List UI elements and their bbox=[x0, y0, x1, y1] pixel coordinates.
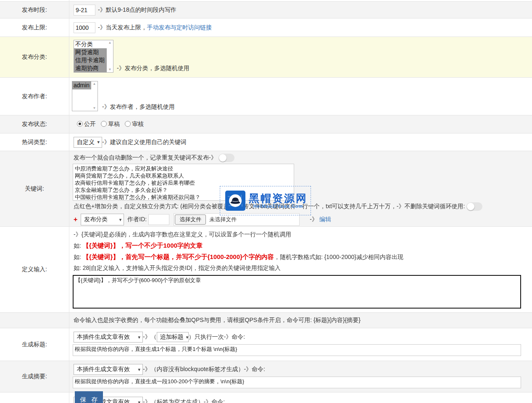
chevron-down-icon: ▾ bbox=[138, 335, 140, 340]
add-category-button[interactable]: + bbox=[74, 216, 77, 223]
publish-limit-note: -》当天发布上限， bbox=[98, 24, 147, 31]
keep-keywords-toggle[interactable] bbox=[466, 202, 482, 211]
scroll-up-icon[interactable]: ▲ bbox=[93, 82, 96, 86]
row-gen-summary: 生成摘要: 本插件生成文章有效 ▾ -》（内容没有blockquote标签才生成… bbox=[0, 361, 532, 393]
publish-limit-label: 发布上限: bbox=[0, 18, 69, 37]
publish-author-listbox[interactable]: admin ▲ ▼ bbox=[72, 81, 98, 111]
scroll-down-icon[interactable]: ▼ bbox=[93, 107, 96, 110]
radio-icon[interactable] bbox=[101, 121, 107, 127]
radio-draft[interactable]: 草稿 bbox=[101, 120, 120, 128]
define-input-example2: 如: 【{关键词}】，首先写一个标题，并写不少于{1000-2000}个字的内容… bbox=[74, 253, 532, 261]
hotword-type-note: -》建议自定义使用自己的关键词 bbox=[102, 139, 187, 146]
row-keywords: 关键词: 发布一个就会自动删除一个，记录重复关键词不发布-》 中原消费逾期了怎么… bbox=[0, 151, 532, 227]
author-id-input[interactable] bbox=[148, 214, 169, 225]
gen-summary-mode-select[interactable]: 本插件生成文章有效 ▾ bbox=[74, 364, 143, 375]
category-option[interactable]: 网贷逾期 bbox=[74, 48, 107, 56]
define-input-line1: -》{关键词}是必须的，生成内容字数也在这里定义，可以设置多个一行一个随机调用 bbox=[74, 231, 532, 238]
gen-summary-label: 生成摘要: bbox=[0, 361, 69, 392]
plugin-settings-page: 发布时段: -》默认9-18点的时间段内写作 发布上限: -》当天发布上限， 手… bbox=[0, 0, 532, 403]
define-input-textarea[interactable]: 【{关键词}】，并写不少于{600-900}个字的原创文章 bbox=[73, 275, 521, 309]
author-id-label: 作者ID: bbox=[127, 216, 147, 223]
gen-summary-command-textarea[interactable]: 根据我提供给你的内容，直接生成一段100-200个字的摘要，\n\n{标题} bbox=[73, 377, 521, 388]
choose-file-button[interactable]: 选择文件 bbox=[175, 215, 206, 225]
example2-red-text: 【{关键词}】，首先写一个标题，并写不少于{1000-2000}个字的内容 bbox=[83, 253, 274, 260]
chevron-down-icon: ▾ bbox=[186, 335, 189, 340]
define-input-label: 定义输入: bbox=[0, 227, 69, 312]
dedupe-toggle[interactable] bbox=[219, 154, 234, 162]
keywords-tip: 点红色+增加分类，自定义独立分类方式: (相同分类会被覆盖)，上传文件txt关键… bbox=[74, 203, 465, 210]
title-append-select[interactable]: 追加标题 ▾ bbox=[157, 332, 189, 342]
publish-time-note: -》默认9-18点的时间段内写作 bbox=[98, 6, 176, 14]
file-input[interactable]: 选择文件 未选择文件 bbox=[174, 213, 300, 226]
hotword-type-label: 热词类型: bbox=[0, 133, 69, 151]
gen-title-mid2: ）只执行一次-》命令: bbox=[189, 333, 245, 341]
radio-icon[interactable] bbox=[77, 121, 83, 127]
command-note-text: 命令输入也是按字收费的，每个功能都会叠加QPS与费用，请根据QPS条件开启，命令… bbox=[74, 317, 361, 324]
row-hotword-type: 热词类型: 自定义 ▾ -》建议自定义使用自己的关键词 bbox=[0, 133, 532, 151]
gen-title-mid1: -》（ bbox=[143, 333, 157, 341]
publish-author-note: -》发布作者，多选随机使用 bbox=[102, 103, 175, 111]
edit-link[interactable]: 编辑 bbox=[319, 216, 331, 223]
row-publish-status: 发布状态: 公开 草稿 审核 bbox=[0, 115, 532, 133]
file-status: 未选择文件 bbox=[209, 216, 237, 223]
row-publish-time: 发布时段: -》默认9-18点的时间段内写作 bbox=[0, 2, 532, 18]
category-option[interactable]: 信用卡逾期 bbox=[74, 56, 107, 64]
row-publish-category: 发布分类: 不分类 网贷逾期 信用卡逾期 逾期协商 ▲ ▼ -》发布分类，多选随… bbox=[0, 37, 532, 78]
author-option[interactable]: admin bbox=[72, 81, 91, 89]
publish-time-input[interactable] bbox=[74, 5, 95, 16]
gen-summary-mid: -》（内容没有blockquote标签才生成）-》命令: bbox=[143, 366, 265, 373]
row-command-note: 命令输入也是按字收费的，每个功能都会叠加QPS与费用，请根据QPS条件开启，命令… bbox=[0, 313, 532, 328]
publish-limit-input[interactable] bbox=[74, 22, 95, 33]
row-publish-limit: 发布上限: -》当天发布上限， 手动发布与定时访问链接 bbox=[0, 18, 532, 37]
keywords-textarea[interactable]: 中原消费逾期了怎么办，应对及解决途径 网商贷逾期了怎么办，几天会联系紧急联系人 … bbox=[73, 164, 294, 201]
chevron-down-icon: ▾ bbox=[138, 400, 140, 403]
keyword-category-row: + 发布分类 ▾ 作者ID: 选择文件 未选择文件 -》 编辑 bbox=[74, 213, 532, 226]
category-option[interactable]: 不分类 bbox=[74, 40, 107, 48]
publish-author-label: 发布作者: bbox=[0, 78, 69, 115]
scroll-up-icon[interactable]: ▲ bbox=[108, 41, 112, 44]
listbox-scrollbar[interactable]: ▲ ▼ bbox=[91, 81, 97, 111]
chevron-down-icon: ▾ bbox=[97, 139, 100, 145]
publish-category-label: 发布分类: bbox=[0, 37, 69, 77]
gen-tags-mid: -》（标签为空才生成）-》命令: bbox=[143, 398, 225, 403]
manual-publish-link[interactable]: 手动发布与定时访问链接 bbox=[147, 24, 212, 31]
row-publish-author: 发布作者: admin ▲ ▼ -》发布作者，多选随机使用 bbox=[0, 78, 532, 115]
hotword-type-select[interactable]: 自定义 ▾ bbox=[74, 137, 102, 148]
category-option[interactable]: 逾期协商 bbox=[74, 64, 107, 72]
publish-category-note: -》发布分类，多选随机使用 bbox=[117, 65, 190, 72]
radio-icon[interactable] bbox=[125, 121, 131, 127]
chevron-down-icon: ▾ bbox=[138, 367, 140, 372]
chevron-down-icon: ▾ bbox=[119, 217, 122, 222]
define-input-line4: 如: 28|自定义输入，支持输入开头指定分类ID|，指定分类的关键词使用指定输入 bbox=[74, 264, 532, 272]
define-input-example1: 如: 【{关键词}】，写一个不少于1000字的文章 bbox=[74, 242, 532, 250]
row-define-input: 定义输入: -》{关键词}是必须的，生成内容字数也在这里定义，可以设置多个一行一… bbox=[0, 227, 532, 313]
radio-review[interactable]: 审核 bbox=[125, 120, 144, 128]
gen-title-command-textarea[interactable]: 根据我提供给你的内容，直接生成1个标题，只要1个标题 \n\n{标题} bbox=[73, 344, 521, 356]
radio-public[interactable]: 公开 bbox=[77, 120, 96, 128]
gen-title-mode-select[interactable]: 本插件生成文章有效 ▾ bbox=[74, 332, 143, 343]
edit-arrow: -》 bbox=[310, 216, 318, 223]
keywords-label: 关键词: bbox=[0, 151, 69, 226]
publish-time-label: 发布时段: bbox=[0, 2, 69, 18]
publish-category-listbox[interactable]: 不分类 网贷逾期 信用卡逾期 逾期协商 ▲ ▼ bbox=[74, 40, 113, 73]
keywords-toggle-note: 发布一个就会自动删除一个，记录重复关键词不发布-》 bbox=[74, 154, 217, 162]
example1-red-text: 【{关键词}】，写一个不少于1000字的文章 bbox=[83, 242, 203, 249]
category-select[interactable]: 发布分类 ▾ bbox=[81, 214, 124, 225]
listbox-scrollbar[interactable]: ▲ ▼ bbox=[107, 40, 113, 72]
row-gen-title: 生成标题: 本插件生成文章有效 ▾ -》（ 追加标题 ▾ ）只执行一次-》命令:… bbox=[0, 328, 532, 361]
publish-status-label: 发布状态: bbox=[0, 115, 69, 133]
gen-title-label: 生成标题: bbox=[0, 328, 69, 361]
save-button[interactable]: 保 存 bbox=[75, 391, 103, 403]
scroll-down-icon[interactable]: ▼ bbox=[108, 68, 112, 71]
